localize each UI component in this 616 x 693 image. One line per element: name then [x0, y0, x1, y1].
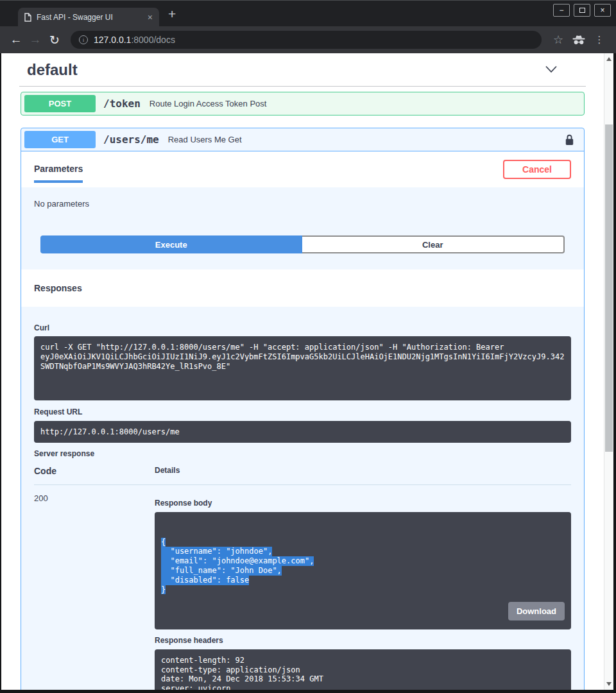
endpoint-header[interactable]: GET /users/me Read Users Me Get: [21, 128, 584, 151]
endpoint-path: /token: [103, 98, 141, 110]
browser-window: Fast API - Swagger UI × + − × ← → ↻ i 12…: [0, 0, 616, 693]
maximize-button[interactable]: [574, 4, 590, 17]
clear-button[interactable]: Clear: [302, 235, 565, 253]
bookmark-star-icon[interactable]: ☆: [548, 33, 569, 47]
request-url-block: http://127.0.0.1:8000/users/me: [34, 421, 571, 443]
url-text: 127.0.0.1:8000/docs: [94, 35, 175, 45]
page-icon: [24, 13, 31, 22]
scroll-up-icon[interactable]: [606, 57, 612, 61]
responses-body: Curl curl -X GET "http://127.0.0.1:8000/…: [21, 307, 584, 690]
tag-title: default: [27, 61, 78, 79]
address-bar[interactable]: i 127.0.0.1:8000/docs: [71, 31, 542, 49]
site-info-icon[interactable]: i: [79, 35, 88, 44]
curl-command-block: curl -X GET "http://127.0.0.1:8000/users…: [34, 336, 571, 400]
maximize-icon: [579, 8, 585, 13]
forward-icon[interactable]: →: [26, 33, 45, 47]
request-url-label: Request URL: [34, 407, 571, 416]
response-body-block: { "username": "johndoe", "email": "johnd…: [155, 512, 571, 629]
cancel-button[interactable]: Cancel: [503, 160, 571, 179]
browser-menu-icon[interactable]: ⋮: [589, 34, 610, 46]
tab-strip: Fast API - Swagger UI × + − ×: [0, 1, 616, 26]
scroll-down-icon[interactable]: [606, 682, 612, 686]
response-details-cell: Response body { "username": "johndoe", "…: [155, 493, 571, 690]
incognito-icon: [569, 35, 589, 45]
browser-toolbar: ← → ↻ i 127.0.0.1:8000/docs ☆ ⋮: [0, 26, 616, 53]
code-column-header: Code: [34, 466, 155, 476]
tab-close-icon[interactable]: ×: [148, 13, 153, 22]
chevron-down-icon[interactable]: [545, 64, 558, 76]
tab-parameters[interactable]: Parameters: [34, 164, 83, 183]
method-badge-get: GET: [24, 131, 96, 148]
response-body-json: { "username": "johndoe", "email": "johnd…: [161, 538, 565, 595]
page-viewport: default POST /token Route Login Access T…: [0, 53, 616, 693]
response-body-label: Response body: [155, 499, 571, 508]
auth-lock-icon[interactable]: [565, 134, 574, 146]
new-tab-button[interactable]: +: [168, 6, 176, 22]
response-headers-block: content-length: 92content-type: applicat…: [155, 649, 571, 690]
browser-tab[interactable]: Fast API - Swagger UI ×: [18, 8, 159, 26]
refresh-icon[interactable]: ↻: [45, 33, 64, 47]
endpoint-summary: Read Users Me Get: [168, 135, 242, 144]
server-response-table-header: Code Details: [34, 466, 571, 485]
no-parameters-message: No parameters: [21, 187, 584, 209]
endpoint-summary: Route Login Access Token Post: [150, 99, 267, 108]
download-button[interactable]: Download: [508, 602, 565, 620]
execute-row: Execute Clear: [40, 235, 565, 253]
swagger-page: default POST /token Route Login Access T…: [1, 53, 604, 690]
endpoint-post-token[interactable]: POST /token Route Login Access Token Pos…: [21, 92, 585, 116]
tag-section-header[interactable]: default: [19, 53, 586, 87]
method-badge-post: POST: [24, 95, 96, 112]
server-response-label: Server response: [34, 449, 571, 458]
details-column-header: Details: [155, 466, 571, 476]
response-headers-label: Response headers: [155, 636, 571, 645]
parameters-bar: Parameters Cancel: [21, 151, 584, 187]
server-response-row: 200 Response body { "username": "johndoe…: [34, 485, 571, 690]
back-icon[interactable]: ←: [6, 33, 26, 47]
curl-label: Curl: [34, 323, 571, 332]
endpoint-get-users-me: GET /users/me Read Users Me Get Paramete…: [21, 128, 585, 690]
minimize-button[interactable]: −: [553, 4, 570, 17]
close-button[interactable]: ×: [594, 4, 611, 17]
responses-section-header: Responses: [21, 270, 584, 307]
window-controls: − ×: [553, 4, 611, 17]
tab-title: Fast API - Swagger UI: [37, 13, 142, 22]
status-code: 200: [34, 493, 155, 690]
scrollbar-thumb[interactable]: [605, 124, 613, 452]
endpoint-path: /users/me: [103, 133, 159, 146]
page-scrollbar[interactable]: [604, 53, 613, 690]
execute-button[interactable]: Execute: [40, 235, 302, 253]
